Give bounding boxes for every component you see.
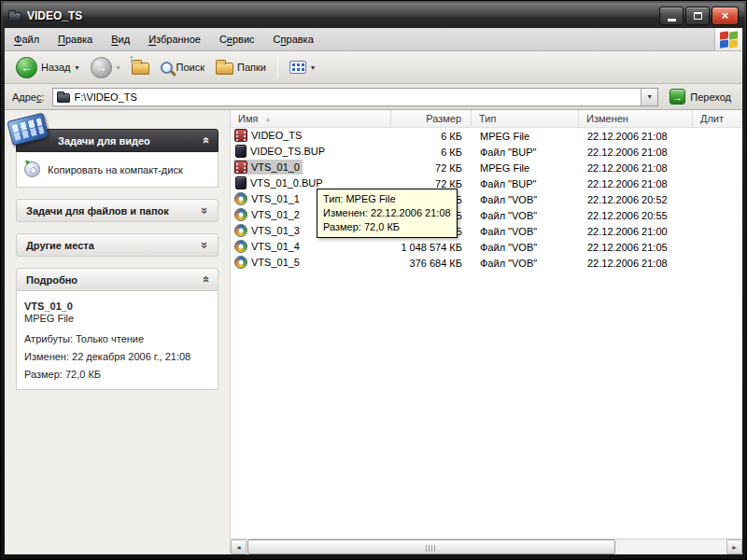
content-area: Задачи для видео » Копировать на компакт… xyxy=(5,110,742,554)
up-button[interactable]: ↑ xyxy=(128,58,153,77)
column-header-size[interactable]: Размер xyxy=(391,110,472,127)
forward-dropdown-icon[interactable]: ▾ xyxy=(117,63,120,72)
file-size: 72 КБ xyxy=(391,162,472,174)
column-header-type[interactable]: Тип xyxy=(472,110,579,127)
go-button[interactable]: → Переход xyxy=(666,88,735,105)
file-name: VIDEO_TS.BUP xyxy=(250,146,325,157)
search-icon xyxy=(161,62,173,74)
menu-item-4[interactable]: Сервис xyxy=(210,28,264,50)
mpeg-file-icon xyxy=(234,161,247,174)
file-type: Файл "VOB" xyxy=(472,194,579,205)
chevron-down-icon[interactable]: » xyxy=(198,207,212,214)
maximize-button[interactable] xyxy=(685,7,710,25)
scrollbar-thumb[interactable] xyxy=(247,539,615,554)
up-arrow-icon: ↑ xyxy=(129,51,135,65)
file-type: Файл "VOB" xyxy=(472,242,579,253)
chevron-down-icon[interactable]: » xyxy=(198,242,212,248)
address-label: Адрес: xyxy=(12,91,45,103)
column-header-duration[interactable]: Длит xyxy=(693,110,742,127)
file-row[interactable]: VTS_01_0.BUP72 КБФайл "BUP"22.12.2006 21… xyxy=(231,175,742,191)
file-name: VIDEO_TS xyxy=(251,130,302,141)
views-dropdown-icon[interactable]: ▾ xyxy=(311,63,315,72)
file-row[interactable]: VTS_01_41 048 574 КБФайл "VOB"22.12.2006… xyxy=(231,239,742,255)
back-icon: ← xyxy=(16,57,37,78)
file-row[interactable]: VTS_01_072 КБMPEG File22.12.2006 21:08 xyxy=(231,160,742,175)
close-button[interactable]: × xyxy=(712,7,739,25)
file-modified: 22.12.2006 21:05 xyxy=(579,242,693,253)
bup-file-icon xyxy=(235,145,247,158)
file-row[interactable]: VTS_01_11 048 574 КБФайл "VOB"22.12.2006… xyxy=(231,191,742,207)
minimize-button[interactable] xyxy=(659,7,684,25)
address-input[interactable]: F:\VIDEO_TS ▾ xyxy=(52,88,659,106)
file-row[interactable]: VTS_01_5376 684 КБФайл "VOB"22.12.2006 2… xyxy=(231,255,742,271)
file-row[interactable]: VTS_01_21 048 574 КБФайл "VOB"22.12.2006… xyxy=(231,207,742,223)
file-name: VTS_01_3 xyxy=(251,225,300,236)
panel-title: Другие места xyxy=(26,240,94,251)
file-name: VTS_01_4 xyxy=(251,241,300,252)
address-value: F:\VIDEO_TS xyxy=(75,91,637,103)
file-modified: 22.12.2006 21:08 xyxy=(579,258,693,269)
title-bar[interactable]: VIDEO_TS × xyxy=(3,3,744,28)
back-dropdown-icon[interactable]: ▾ xyxy=(76,63,79,72)
folders-label: Папки xyxy=(237,62,266,73)
address-folder-icon xyxy=(57,93,70,103)
forward-button[interactable]: → ▾ xyxy=(87,55,124,80)
file-row[interactable]: VIDEO_TS.BUP6 КБФайл "BUP"22.12.2006 21:… xyxy=(231,144,742,160)
copy-to-cd-label: Копировать на компакт-диск xyxy=(48,164,183,175)
windows-logo-icon xyxy=(714,28,742,50)
file-row[interactable]: VIDEO_TS6 КБMPEG File22.12.2006 21:08 xyxy=(231,128,742,144)
panel-title: Подробно xyxy=(26,274,78,286)
tooltip-modified-line: Изменен: 22.12.2006 21:08 xyxy=(323,206,451,220)
go-label: Переход xyxy=(690,91,731,103)
file-row[interactable]: VTS_01_31 048 574 КБФайл "VOB"22.12.2006… xyxy=(231,223,742,239)
vob-file-icon xyxy=(234,240,247,253)
address-dropdown-button[interactable]: ▾ xyxy=(641,89,657,105)
panel-title: Задачи для видео xyxy=(58,135,150,147)
chevron-up-icon[interactable]: » xyxy=(198,137,212,144)
details-file-name: VTS_01_0 xyxy=(24,301,210,312)
panel-file-tasks-header[interactable]: Задачи для файлов и папок » xyxy=(16,199,218,222)
back-button[interactable]: ← Назад ▾ xyxy=(12,55,83,80)
details-file-type: MPEG File xyxy=(24,313,210,324)
details-modified: Изменен: 22 декабря 2006 г., 21:08 xyxy=(24,351,210,362)
file-type: Файл "BUP" xyxy=(472,147,579,158)
menu-item-5[interactable]: Справка xyxy=(264,28,323,50)
scrollbar-track[interactable] xyxy=(247,539,726,554)
file-modified: 22.12.2006 21:08 xyxy=(579,131,693,142)
file-type: Файл "BUP" xyxy=(472,178,579,189)
column-header-modified[interactable]: Изменен xyxy=(579,110,693,127)
file-type: Файл "VOB" xyxy=(472,226,579,237)
file-name: VTS_01_0 xyxy=(251,161,300,173)
tooltip-type-line: Тип: MPEG File xyxy=(323,192,451,206)
menu-item-1[interactable]: Правка xyxy=(49,28,102,50)
maximize-icon xyxy=(694,12,702,20)
menu-item-0[interactable]: Файл xyxy=(5,28,49,50)
vob-file-icon xyxy=(234,192,247,205)
search-button[interactable]: Поиск xyxy=(157,60,208,76)
cd-icon xyxy=(24,161,40,177)
forward-icon: → xyxy=(91,57,112,78)
menu-item-3[interactable]: Избранное xyxy=(139,28,210,50)
column-header-name[interactable]: Имя ▲ xyxy=(231,110,391,127)
scroll-left-button[interactable]: ◄ xyxy=(231,539,247,554)
tooltip-size-line: Размер: 72,0 КБ xyxy=(323,220,451,234)
views-button[interactable]: ▾ xyxy=(286,59,318,76)
horizontal-scrollbar[interactable]: ◄ ► xyxy=(231,539,742,554)
panel-video-tasks-header[interactable]: Задачи для видео » xyxy=(16,129,218,152)
file-size: 6 КБ xyxy=(391,131,472,142)
folders-button[interactable]: Папки xyxy=(212,58,270,77)
file-type: MPEG File xyxy=(472,131,579,142)
chevron-up-icon[interactable]: » xyxy=(198,276,212,283)
panel-details: Подробно » VTS_01_0 MPEG File Атрибуты: … xyxy=(16,268,218,390)
minimize-icon xyxy=(668,19,676,21)
details-attributes: Атрибуты: Только чтение xyxy=(24,333,210,344)
file-name: VTS_01_1 xyxy=(251,193,300,204)
panel-other-places-header[interactable]: Другие места » xyxy=(16,233,218,257)
copy-to-cd-item[interactable]: Копировать на компакт-диск xyxy=(24,161,210,177)
menu-item-2[interactable]: Вид xyxy=(102,28,139,50)
menu-bar: ФайлПравкаВидИзбранноеСервисСправка xyxy=(5,28,742,51)
panel-details-header[interactable]: Подробно » xyxy=(16,268,218,291)
panel-video-tasks: Задачи для видео » Копировать на компакт… xyxy=(16,129,218,188)
vob-file-icon xyxy=(234,208,247,221)
scroll-right-button[interactable]: ► xyxy=(726,539,742,554)
